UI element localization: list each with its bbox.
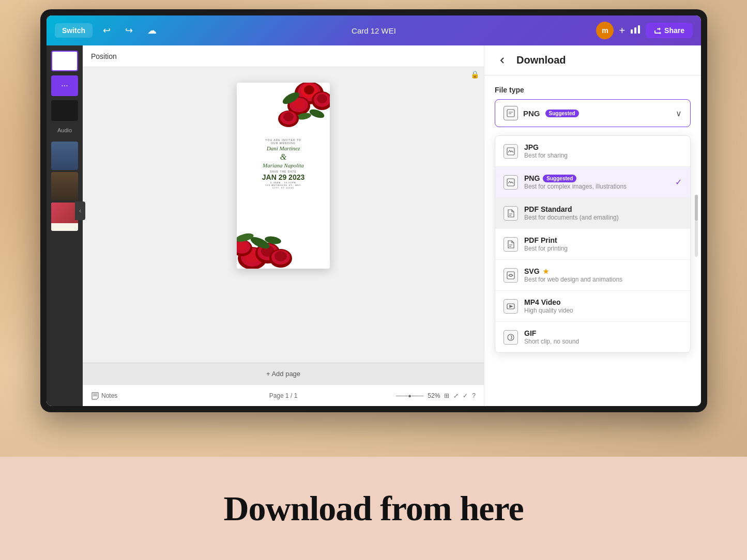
dots-icon: ··· bbox=[61, 81, 68, 90]
svg-rect-2 bbox=[638, 25, 640, 34]
svg-marker-41 bbox=[510, 305, 512, 307]
download-header: Download bbox=[484, 45, 701, 75]
svg-point-42 bbox=[508, 334, 514, 340]
pdf-print-icon bbox=[504, 237, 518, 252]
cloud-save-icon[interactable]: ☁ bbox=[143, 23, 161, 38]
file-type-item-gif[interactable]: GIF Short clip, no sound bbox=[495, 322, 690, 352]
card-name-1: Dani Martinez bbox=[241, 145, 326, 152]
jpg-desc: Best for sharing bbox=[524, 152, 682, 159]
file-type-item-pdf-standard[interactable]: PDF Standard Best for documents (and ema… bbox=[495, 198, 690, 229]
svg-name: SVG ★ bbox=[524, 267, 682, 275]
file-type-item-mp4[interactable]: MP4 Video High quality video bbox=[495, 291, 690, 322]
sidebar-thumb-1[interactable] bbox=[51, 51, 78, 71]
dropdown-selected-type: PNG bbox=[523, 109, 540, 118]
panel-thumb-1[interactable] bbox=[51, 142, 78, 170]
top-bar-right: m + Share bbox=[596, 22, 693, 39]
mp4-icon bbox=[504, 299, 518, 314]
file-type-item-pdf-print[interactable]: PDF Print Best for printing bbox=[495, 229, 690, 260]
main-content: ··· Audio ‹ bbox=[47, 45, 701, 406]
top-bar: Switch ↩ ↪ ☁ Card 12 WEI m + bbox=[47, 15, 701, 45]
png-suggested-badge: Suggested bbox=[543, 175, 576, 182]
panel-thumb-2[interactable] bbox=[51, 172, 78, 200]
chevron-down-icon[interactable]: ∨ bbox=[676, 108, 682, 118]
position-label: Position bbox=[91, 52, 117, 60]
bottom-banner: Download from here bbox=[0, 457, 747, 560]
svg-point-30 bbox=[275, 251, 287, 261]
svg-rect-0 bbox=[631, 29, 633, 34]
jpg-icon bbox=[504, 144, 518, 159]
switch-button[interactable]: Switch bbox=[55, 23, 93, 38]
png-check-icon: ✓ bbox=[675, 177, 682, 187]
pdf-print-name: PDF Print bbox=[524, 236, 682, 244]
svg-text: SVG ★ Best for web design and animations bbox=[524, 267, 682, 283]
add-collaborator-icon[interactable]: + bbox=[619, 25, 625, 37]
card-date-number: JAN 29 2023 bbox=[241, 173, 326, 181]
file-type-item-svg[interactable]: SVG ★ Best for web design and animations bbox=[495, 260, 690, 291]
pdf-print-text: PDF Print Best for printing bbox=[524, 236, 682, 252]
notes-button[interactable]: Notes bbox=[91, 392, 117, 400]
card-text-area: YOU ARE INVITED TOOUR WEDDING Dani Marti… bbox=[237, 134, 330, 193]
audio-label: Audio bbox=[57, 127, 72, 133]
back-button[interactable] bbox=[495, 53, 510, 68]
laptop-frame: Switch ↩ ↪ ☁ Card 12 WEI m + bbox=[40, 9, 707, 412]
png-icon bbox=[504, 175, 518, 190]
fullscreen-icon[interactable]: ⤢ bbox=[453, 392, 459, 399]
gif-name: GIF bbox=[524, 329, 682, 337]
file-type-dropdown[interactable]: PNG Suggested ∨ bbox=[495, 99, 691, 127]
roses-top-svg bbox=[237, 83, 330, 139]
gif-desc: Short clip, no sound bbox=[524, 338, 682, 345]
add-page-bar[interactable]: + Add page bbox=[83, 363, 484, 384]
pdf-standard-icon bbox=[504, 206, 518, 221]
svg-rect-1 bbox=[634, 27, 636, 34]
jpg-name: JPG bbox=[524, 143, 682, 151]
mp4-text: MP4 Video High quality video bbox=[524, 298, 682, 314]
panel-thumb-floral[interactable] bbox=[51, 203, 78, 231]
redo-icon[interactable]: ↪ bbox=[121, 23, 137, 38]
analytics-icon[interactable] bbox=[630, 24, 641, 37]
pdf-standard-desc: Best for documents (and emailing) bbox=[524, 214, 682, 221]
svg-rect-39 bbox=[507, 272, 514, 279]
download-title: Download bbox=[516, 54, 566, 66]
check-circle-icon[interactable]: ✓ bbox=[463, 392, 468, 399]
lock-icon[interactable]: 🔒 bbox=[470, 70, 481, 81]
card-name-2: Mariana Napolita bbox=[241, 162, 326, 169]
share-button[interactable]: Share bbox=[646, 23, 693, 38]
add-page-label: + Add page bbox=[266, 370, 300, 378]
svg-desc: Best for web design and animations bbox=[524, 276, 682, 283]
expand-sidebar-icon[interactable]: ‹ bbox=[75, 201, 85, 220]
gif-icon bbox=[504, 330, 518, 345]
document-title: Card 12 WEI bbox=[352, 26, 396, 35]
dropdown-suggested-badge: Suggested bbox=[545, 110, 579, 117]
download-body: File type PNG Suggested ∨ bbox=[484, 75, 701, 406]
roses-bottom-svg bbox=[237, 201, 330, 269]
svg-point-27 bbox=[237, 241, 247, 251]
user-avatar[interactable]: m bbox=[596, 22, 614, 39]
png-desc: Best for complex images, illustrations bbox=[524, 183, 669, 190]
grid-icon[interactable]: ⊞ bbox=[444, 392, 449, 399]
sidebar-thumb-dark[interactable] bbox=[51, 100, 78, 121]
pdf-print-desc: Best for printing bbox=[524, 245, 682, 252]
help-icon[interactable]: ? bbox=[472, 392, 476, 399]
download-from-here-text: Download from here bbox=[223, 488, 523, 529]
zoom-controls[interactable]: ───●─── 52% ⊞ ⤢ ✓ ? bbox=[396, 392, 476, 399]
svg-point-18 bbox=[283, 112, 294, 121]
png-name: PNG Suggested bbox=[524, 174, 669, 182]
undo-icon[interactable]: ↩ bbox=[99, 23, 115, 38]
bottom-bar: Notes Page 1 / 1 ───●─── 52% ⊞ ⤢ ✓ ? bbox=[83, 384, 484, 406]
card-time: 6:30AM - 20:00PM123 ANYWHERE ST., ANYCIT… bbox=[241, 181, 326, 189]
zoom-slider-track[interactable]: ───●─── bbox=[396, 393, 423, 399]
card-invited-text: YOU ARE INVITED TOOUR WEDDING bbox=[241, 138, 326, 145]
file-type-item-png[interactable]: PNG Suggested Best for complex images, i… bbox=[495, 167, 690, 198]
zoom-level: 52% bbox=[428, 392, 440, 399]
mp4-name: MP4 Video bbox=[524, 298, 682, 306]
notes-label: Notes bbox=[101, 392, 117, 399]
left-sidebar: ··· Audio bbox=[47, 45, 83, 406]
svg-rect-36 bbox=[507, 110, 514, 117]
scroll-indicator[interactable] bbox=[695, 195, 698, 257]
top-bar-left: Switch ↩ ↪ ☁ bbox=[55, 23, 161, 38]
sidebar-thumb-purple[interactable]: ··· bbox=[51, 75, 78, 96]
file-type-item-jpg[interactable]: JPG Best for sharing bbox=[495, 136, 690, 167]
canvas-area[interactable]: 🔒 bbox=[83, 67, 484, 363]
mp4-desc: High quality video bbox=[524, 307, 682, 314]
laptop-screen: Switch ↩ ↪ ☁ Card 12 WEI m + bbox=[47, 15, 701, 406]
